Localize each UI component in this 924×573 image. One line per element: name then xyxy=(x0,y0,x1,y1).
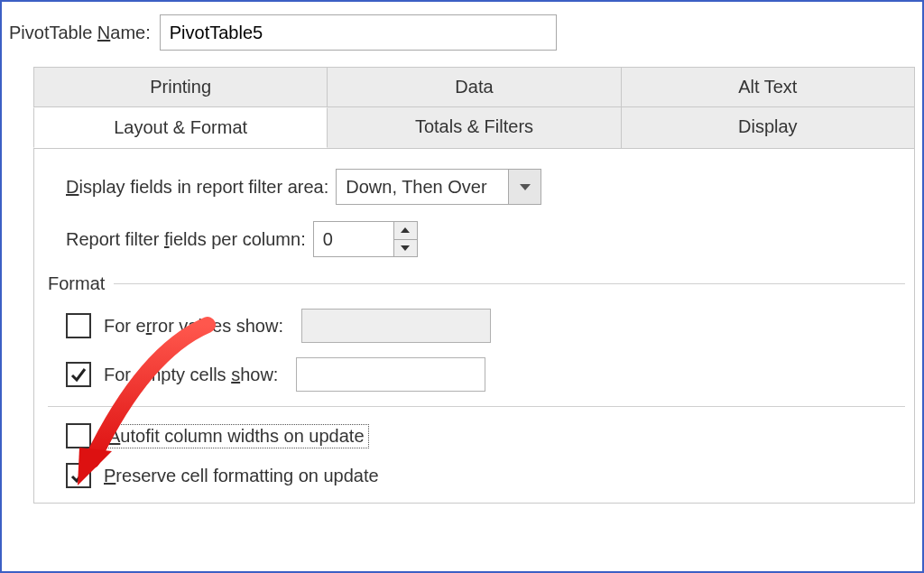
error-values-input xyxy=(301,309,491,343)
format-group-text: Format xyxy=(48,273,105,294)
preserve-label: Preserve cell formatting on update xyxy=(104,466,379,486)
tab-data[interactable]: Data xyxy=(328,67,621,107)
empty-cells-checkbox[interactable] xyxy=(66,362,91,387)
empty-cells-input[interactable] xyxy=(296,357,485,392)
tab-row-top: Printing Data Alt Text xyxy=(33,67,915,107)
tab-display[interactable]: Display xyxy=(622,107,915,148)
filter-fields-spinner[interactable]: 0 xyxy=(313,221,418,257)
display-fields-combo[interactable]: Down, Then Over xyxy=(336,169,541,205)
pivottable-name-input[interactable] xyxy=(160,14,557,51)
filter-fields-label: Report filter fields per column: xyxy=(66,229,306,250)
filter-fields-row: Report filter fields per column: 0 xyxy=(66,221,905,257)
tab-content-layout-format: Display fields in report filter area: Do… xyxy=(33,149,915,504)
autofit-label: Autofit column widths on update xyxy=(104,424,369,448)
tab-layout-format[interactable]: Layout & Format xyxy=(33,107,328,148)
empty-cells-label: For empty cells show: xyxy=(104,365,278,385)
error-values-label: For error values show: xyxy=(104,316,283,337)
tab-alt-text[interactable]: Alt Text xyxy=(622,67,915,107)
display-fields-row: Display fields in report filter area: Do… xyxy=(66,169,905,205)
pivottable-name-row: PivotTable Name: xyxy=(2,5,922,67)
pivottable-name-label: PivotTable Name: xyxy=(9,23,151,43)
empty-cells-row: For empty cells show: xyxy=(66,357,905,392)
tab-row-bottom: Layout & Format Totals & Filters Display xyxy=(33,107,915,149)
display-fields-label: Display fields in report filter area: xyxy=(66,177,328,198)
tab-printing[interactable]: Printing xyxy=(33,67,328,107)
group-separator xyxy=(114,283,905,284)
autofit-row: Autofit column widths on update xyxy=(66,423,905,448)
format-group-label: Format xyxy=(48,273,905,294)
arrow-down-icon xyxy=(401,245,410,251)
chevron-down-icon xyxy=(520,184,531,190)
preserve-checkbox[interactable] xyxy=(66,463,91,488)
filter-fields-value[interactable]: 0 xyxy=(314,222,393,256)
arrow-up-icon xyxy=(401,227,410,233)
error-values-row: For error values show: xyxy=(66,309,905,343)
filter-fields-spin-down[interactable] xyxy=(394,240,417,257)
autofit-checkbox[interactable] xyxy=(66,423,91,448)
display-fields-value: Down, Then Over xyxy=(337,170,508,204)
display-fields-drop-button[interactable] xyxy=(508,170,541,204)
error-values-checkbox[interactable] xyxy=(66,313,91,338)
tab-totals-filters[interactable]: Totals & Filters xyxy=(328,107,621,148)
filter-fields-spin-up[interactable] xyxy=(394,222,417,240)
separator-line xyxy=(48,406,905,407)
options-tabs: Printing Data Alt Text Layout & Format T… xyxy=(33,67,915,504)
preserve-row: Preserve cell formatting on update xyxy=(66,463,905,488)
